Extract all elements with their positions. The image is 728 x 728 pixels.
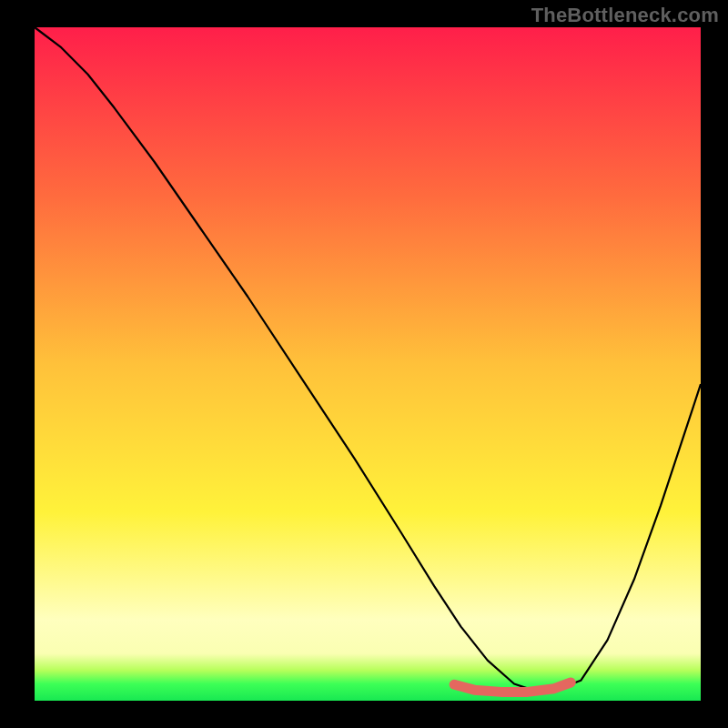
bottleneck-chart — [0, 0, 728, 728]
watermark-text: TheBottleneck.com — [531, 4, 719, 27]
plot-background — [35, 27, 701, 701]
chart-stage: TheBottleneck.com — [0, 0, 728, 728]
